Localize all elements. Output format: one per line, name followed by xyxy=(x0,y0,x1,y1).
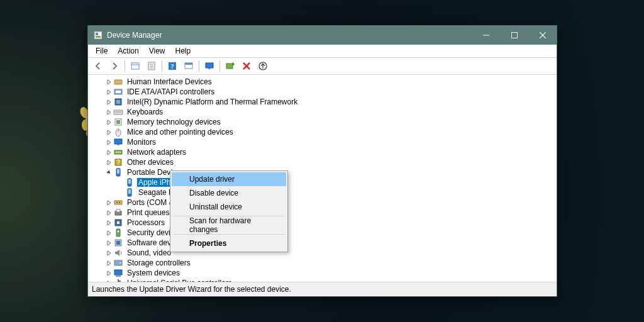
tree-node[interactable]: Keyboards xyxy=(88,107,557,117)
svg-rect-2 xyxy=(96,36,101,38)
tree-node[interactable]: Apple iPhone xyxy=(88,177,557,187)
tree-node[interactable]: Network adapters xyxy=(88,147,557,157)
svg-rect-55 xyxy=(116,229,120,236)
tree-node[interactable]: Mice and other pointing devices xyxy=(88,127,557,137)
menu-file[interactable]: File xyxy=(91,45,113,57)
help-icon[interactable]: ? xyxy=(165,58,180,74)
context-menu-item[interactable]: Disable device xyxy=(172,186,286,200)
tree-node-label[interactable]: Print queues xyxy=(126,208,170,217)
expander-closed-icon[interactable] xyxy=(104,280,113,282)
tree-node-label[interactable]: Storage controllers xyxy=(126,258,192,267)
properties-page-icon[interactable] xyxy=(144,58,159,74)
tree-node-label[interactable]: Other devices xyxy=(126,158,175,167)
toolbar-separator xyxy=(125,60,125,72)
context-menu-item[interactable]: Update driver xyxy=(172,172,286,186)
remove-device-icon[interactable] xyxy=(239,58,254,74)
tree-node-label[interactable]: Sound, video xyxy=(126,248,172,257)
expander-closed-icon[interactable] xyxy=(104,230,113,236)
svg-rect-34 xyxy=(114,139,122,144)
close-button[interactable] xyxy=(528,26,557,45)
toolbar-separator xyxy=(162,60,162,72)
tree-node[interactable]: IDE ATA/ATAPI controllers xyxy=(88,87,557,97)
system-icon xyxy=(113,268,123,278)
forward-icon[interactable] xyxy=(107,58,122,74)
tree-node[interactable]: Seagate E xyxy=(88,187,557,197)
expander-closed-icon[interactable] xyxy=(104,89,113,95)
tree-node-label[interactable]: Processors xyxy=(126,218,166,227)
expander-closed-icon[interactable] xyxy=(104,260,113,266)
tree-node[interactable]: Security devic xyxy=(88,228,557,238)
svg-rect-1 xyxy=(96,33,98,35)
tree-node-label[interactable]: Human Interface Devices xyxy=(126,77,213,86)
expander-closed-icon[interactable] xyxy=(104,99,113,105)
tree-node[interactable]: Sound, video xyxy=(88,248,557,258)
tree-node[interactable]: Software devi xyxy=(88,238,557,248)
show-hidden-icon[interactable] xyxy=(128,58,143,74)
expander-closed-icon[interactable] xyxy=(104,119,113,125)
tree-node-label[interactable]: System devices xyxy=(126,269,181,277)
tree-node-label[interactable]: Mice and other pointing devices xyxy=(126,128,235,136)
tree-node-label[interactable]: Memory technology devices xyxy=(126,118,222,126)
tree-node[interactable]: Print queues xyxy=(88,208,557,218)
tree-node-label[interactable]: Intel(R) Dynamic Platform and Thermal Fr… xyxy=(126,97,299,106)
content-area: Human Interface DevicesIDE ATA/ATAPI con… xyxy=(88,75,557,282)
svg-rect-43 xyxy=(117,169,119,174)
svg-rect-58 xyxy=(116,241,120,245)
tree-node[interactable]: Processors xyxy=(88,218,557,228)
tree-node-label[interactable]: Ports (COM & xyxy=(126,198,175,207)
tree-node[interactable]: Monitors xyxy=(88,137,557,147)
expander-closed-icon[interactable] xyxy=(104,240,113,246)
tree-node[interactable]: Storage controllers xyxy=(88,258,557,268)
svg-rect-7 xyxy=(131,63,139,69)
context-menu-item[interactable]: Uninstall device xyxy=(172,200,286,214)
monitor-icon[interactable] xyxy=(202,58,217,74)
expander-closed-icon[interactable] xyxy=(104,130,113,135)
tree-node-label[interactable]: Network adapters xyxy=(126,148,187,157)
expander-closed-icon[interactable] xyxy=(104,140,113,145)
tree-node-label[interactable]: Software devi xyxy=(126,238,174,247)
tree-node-label[interactable]: IDE ATA/ATAPI controllers xyxy=(126,87,216,96)
update-driver-icon[interactable] xyxy=(255,58,270,74)
expander-closed-icon[interactable] xyxy=(104,160,113,165)
context-menu-separator xyxy=(173,234,285,235)
expander-closed-icon[interactable] xyxy=(104,150,113,155)
tree-node-label[interactable]: Keyboards xyxy=(126,108,164,116)
expander-open-icon[interactable] xyxy=(104,170,113,175)
expander-closed-icon[interactable] xyxy=(104,200,113,206)
tree-node[interactable]: Portable Devices xyxy=(88,167,557,177)
minimize-button[interactable] xyxy=(472,26,500,45)
menu-action[interactable]: Action xyxy=(113,45,143,57)
expander-closed-icon[interactable] xyxy=(104,270,113,276)
tree-node[interactable]: System devices xyxy=(88,268,557,278)
expander-closed-icon[interactable] xyxy=(104,250,113,256)
context-menu-item[interactable]: Properties xyxy=(172,236,286,250)
svg-rect-61 xyxy=(114,270,122,275)
titlebar[interactable]: Device Manager xyxy=(88,26,557,45)
expander-closed-icon[interactable] xyxy=(104,210,113,216)
svg-point-50 xyxy=(119,202,120,203)
console-icon[interactable] xyxy=(181,58,196,74)
expander-closed-icon[interactable] xyxy=(104,220,113,226)
back-icon[interactable] xyxy=(91,58,106,74)
tree-node-label[interactable]: Security devic xyxy=(126,228,175,237)
tree-node[interactable]: Human Interface Devices xyxy=(88,77,557,87)
svg-text:?: ? xyxy=(116,159,120,166)
monitor-icon xyxy=(113,137,123,147)
tree-node[interactable]: Memory technology devices xyxy=(88,117,557,127)
tree-node[interactable]: Intel(R) Dynamic Platform and Thermal Fr… xyxy=(88,97,557,107)
device-tree[interactable]: Human Interface DevicesIDE ATA/ATAPI con… xyxy=(88,75,557,282)
tree-node[interactable]: ?Other devices xyxy=(88,157,557,167)
expander-closed-icon[interactable] xyxy=(104,79,113,85)
scan-hardware-icon[interactable] xyxy=(223,58,238,74)
expander-closed-icon[interactable] xyxy=(104,109,113,115)
tree-node[interactable]: Ports (COM & xyxy=(88,197,557,208)
menu-view[interactable]: View xyxy=(144,45,170,57)
tree-node[interactable]: Universal Serial Bus controllers xyxy=(88,278,557,282)
tree-node-label[interactable]: Universal Serial Bus controllers xyxy=(126,279,233,282)
menu-help[interactable]: Help xyxy=(170,45,196,57)
context-menu-item[interactable]: Scan for hardware changes xyxy=(172,218,286,232)
maximize-button[interactable] xyxy=(500,26,528,45)
tree-node-label[interactable]: Monitors xyxy=(126,138,157,147)
svg-rect-16 xyxy=(185,63,192,65)
svg-rect-31 xyxy=(116,120,120,124)
